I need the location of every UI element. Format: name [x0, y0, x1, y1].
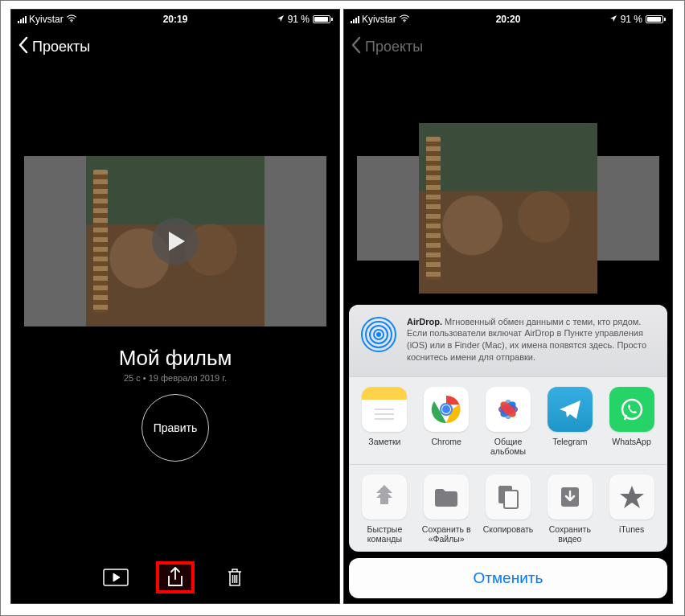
- play-rect-icon[interactable]: [96, 561, 135, 593]
- status-bar: Kyivstar 20:19 91 %: [11, 10, 339, 29]
- back-label: Проекты: [365, 39, 423, 55]
- app-label: Telegram: [540, 437, 600, 446]
- nav-bar: Проекты: [344, 29, 672, 64]
- edit-label: Править: [154, 421, 198, 434]
- edit-button[interactable]: Править: [142, 394, 209, 462]
- phone-left: Kyivstar 20:19 91 % Проекты Мой фильм 25…: [10, 9, 340, 604]
- airdrop-section[interactable]: AirDrop. Мгновенный обмен данными с теми…: [349, 305, 667, 376]
- svg-rect-26: [504, 491, 518, 508]
- battery-icon: [313, 15, 333, 23]
- action-save-to-files[interactable]: Сохранить в «Файлы»: [416, 474, 476, 544]
- action-label: Скопировать: [478, 524, 538, 534]
- share-app-whatsapp[interactable]: WhatsApp: [602, 387, 662, 456]
- app-label: Заметки: [355, 437, 414, 446]
- apps-row: Заметки Chrome Общие альбомы: [349, 376, 667, 464]
- share-app-notes[interactable]: Заметки: [355, 387, 414, 456]
- action-label: Сохранить видео: [540, 524, 600, 544]
- phone-right: Kyivstar 20:20 91 % Проекты: [343, 9, 673, 604]
- svg-point-8: [376, 332, 381, 337]
- photos-icon: [486, 387, 531, 432]
- star-icon: [609, 474, 654, 519]
- download-icon: [548, 474, 593, 519]
- whatsapp-icon: [609, 387, 654, 432]
- actions-row: Быстрые команды Сохранить в «Файлы» Скоп…: [349, 464, 667, 552]
- video-preview: [357, 156, 659, 261]
- app-label: Общие альбомы: [478, 437, 538, 456]
- shortcuts-icon: [362, 474, 407, 519]
- share-app-telegram[interactable]: Telegram: [540, 387, 600, 456]
- action-label: iTunes: [602, 524, 662, 534]
- video-thumbnail: [419, 123, 597, 294]
- action-save-video[interactable]: Сохранить видео: [540, 474, 600, 544]
- back-label[interactable]: Проекты: [32, 39, 90, 55]
- status-bar: Kyivstar 20:20 91 %: [344, 10, 672, 29]
- share-app-chrome[interactable]: Chrome: [416, 387, 476, 456]
- airdrop-icon: [360, 316, 397, 353]
- action-itunes[interactable]: iTunes: [602, 474, 662, 544]
- copy-icon: [486, 474, 531, 519]
- bottom-toolbar: [11, 561, 339, 593]
- project-meta: 25 с • 19 февраля 2019 г.: [11, 373, 339, 383]
- telegram-icon: [548, 387, 593, 432]
- play-icon[interactable]: [152, 218, 199, 265]
- cancel-button[interactable]: Отменить: [349, 558, 667, 598]
- action-label: Быстрые команды: [355, 524, 414, 544]
- app-label: Chrome: [416, 437, 476, 446]
- project-title: Мой фильм: [11, 346, 339, 371]
- cancel-label: Отменить: [474, 569, 543, 586]
- airdrop-text: AirDrop. Мгновенный обмен данными с теми…: [407, 316, 656, 363]
- notes-icon: [362, 387, 407, 432]
- action-label: Сохранить в «Файлы»: [416, 524, 476, 544]
- battery-icon: [646, 15, 666, 23]
- chrome-icon: [424, 387, 469, 432]
- nav-bar: Проекты: [11, 29, 339, 64]
- share-icon[interactable]: [156, 561, 195, 593]
- trash-icon[interactable]: [215, 561, 254, 593]
- folder-icon: [424, 474, 469, 519]
- svg-marker-2: [113, 573, 120, 581]
- chevron-left-icon[interactable]: [18, 36, 29, 58]
- action-shortcuts[interactable]: Быстрые команды: [355, 474, 414, 544]
- share-sheet: AirDrop. Мгновенный обмен данными с теми…: [349, 305, 667, 598]
- chevron-left-icon: [351, 36, 362, 58]
- app-label: WhatsApp: [602, 437, 662, 446]
- clock-label: 20:20: [344, 14, 672, 25]
- svg-point-15: [442, 405, 450, 413]
- action-copy[interactable]: Скопировать: [478, 474, 538, 544]
- video-preview[interactable]: [24, 156, 326, 326]
- share-app-shared-albums[interactable]: Общие альбомы: [478, 387, 538, 456]
- clock-label: 20:19: [11, 14, 339, 25]
